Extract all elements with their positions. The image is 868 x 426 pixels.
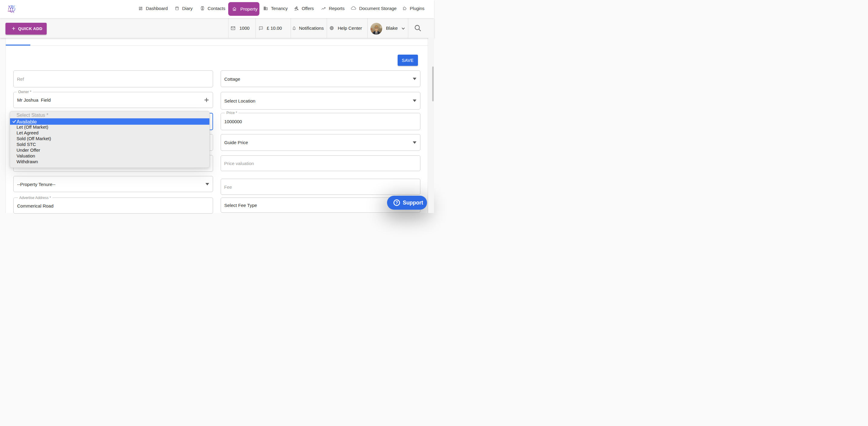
svg-text:?: ?: [396, 200, 398, 205]
